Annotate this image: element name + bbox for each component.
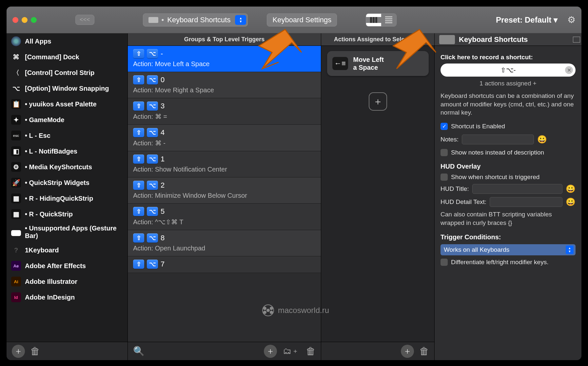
sidebar-item[interactable]: AiAdobe Illustrator	[7, 274, 127, 289]
close-button[interactable]	[12, 17, 18, 23]
watermark-logo-icon	[262, 304, 274, 316]
keyboard-icon	[439, 35, 455, 44]
list-view-icon[interactable]	[381, 14, 396, 26]
sidebar-item[interactable]: ⚙• Media KeyShortcuts	[7, 159, 127, 175]
hud-title-label: HUD Title:	[441, 185, 469, 192]
option-icon: ⌥	[11, 83, 21, 93]
hud-detail-label: HUD Detail Text:	[441, 198, 486, 206]
grid-icon: ▦	[11, 209, 21, 219]
show-notes-checkbox[interactable]	[441, 149, 448, 156]
sidebar-item[interactable]: ✦• GameMode	[7, 112, 127, 128]
shift-keycap-icon: ⇧	[133, 49, 144, 58]
sidebar-item[interactable]: 🚀• QuickStrip Widgets	[7, 175, 127, 191]
hud-section-header: HUD Overlay	[441, 163, 576, 170]
actions-footer: ＋ 🗑	[321, 342, 434, 360]
trash-icon[interactable]: 🗑	[306, 346, 316, 357]
sidebar-item[interactable]: ▦• R - QuickStrip	[7, 206, 127, 222]
window-controls	[12, 17, 37, 23]
hud-show-label: Show when shortcut is triggered	[451, 174, 539, 181]
sidebar-item[interactable]: ◧• L - NotifBadges	[7, 143, 127, 159]
gear-icon[interactable]: ⚙	[567, 14, 576, 25]
dropdown-arrow-icon	[235, 15, 246, 25]
emoji-picker-icon[interactable]: 😀	[566, 184, 576, 193]
command-icon: ⌘	[11, 52, 21, 62]
enabled-checkbox[interactable]	[441, 123, 448, 130]
trigger-type-selector[interactable]: • Keyboard Shortcuts	[143, 13, 248, 27]
rocket-icon: 🚀	[11, 178, 21, 188]
app-list: All Apps ⌘[Command] Dock 〈[Control] Cont…	[7, 33, 127, 342]
sidebar-item[interactable]: AeAdobe After Effects	[7, 258, 127, 274]
action-card[interactable]: ←≡ Move Left a Space	[327, 51, 429, 76]
hud-title-input[interactable]	[472, 184, 562, 194]
add-trigger-button[interactable]: ＋	[264, 345, 277, 358]
trash-icon[interactable]: 🗑	[30, 346, 40, 357]
game-icon: ✦	[11, 115, 21, 125]
action-card-label: Move Left a Space	[353, 56, 384, 71]
gear-icon: ⚙	[11, 162, 21, 172]
clipboard-icon: 📋	[11, 99, 21, 109]
trigger-row[interactable]: ⇧⌥0 Action: Move Right a Space	[128, 72, 321, 98]
sidebar-item[interactable]: • Unsupported Apps (Gesture Bar)	[7, 222, 127, 242]
bar-icon	[11, 230, 21, 236]
badge-icon: ◧	[11, 146, 21, 156]
sidebar-item[interactable]: 📋• yuuikos Asset Palette	[7, 96, 127, 112]
trigger-row[interactable]: ⇧⌥2 Action: Minimize Window Below Cursor	[128, 177, 321, 204]
shortcut-recorder[interactable]: ⇧⌥- ✕	[441, 64, 576, 77]
triggers-footer: 🔍 ＋ 🗂﹢ 🗑	[128, 342, 321, 360]
hud-detail-input[interactable]	[490, 197, 562, 207]
clear-shortcut-button[interactable]: ✕	[565, 66, 573, 74]
titlebar: <<< • Keyboard Shortcuts Keyboard Settin…	[7, 7, 581, 33]
sidebar-footer: ＋ 🗑	[7, 342, 127, 360]
sidebar-item[interactable]: ▦• R - HidingQuickStrip	[7, 191, 127, 206]
preset-selector[interactable]: Preset: Default ▾	[496, 15, 558, 25]
trigger-row[interactable]: ⇧⌥7	[128, 256, 321, 273]
add-button[interactable]: ＋	[401, 345, 414, 358]
trigger-row[interactable]: ⇧⌥3 Action: ⌘ =	[128, 98, 321, 125]
trigger-row[interactable]: ⇧⌥1 Action: Show Notification Center	[128, 151, 321, 177]
add-action-button[interactable]: ＋	[369, 92, 387, 111]
control-icon: 〈	[11, 68, 21, 78]
triggers-header: Groups & Top Level Triggers	[128, 33, 321, 46]
emoji-picker-icon[interactable]: 😀	[566, 197, 576, 207]
folder-add-icon[interactable]: 🗂﹢	[283, 345, 300, 357]
inspector-header: Keyboard Shortcuts	[435, 33, 581, 46]
sidebar: All Apps ⌘[Command] Dock 〈[Control] Cont…	[7, 33, 128, 360]
columns-view-icon[interactable]	[366, 14, 381, 26]
watermark: macosworld.ru	[262, 304, 329, 316]
zoom-button[interactable]	[31, 17, 37, 23]
sidebar-item[interactable]: ?1Keyboard	[7, 242, 127, 258]
ae-icon: Ae	[11, 261, 21, 271]
emoji-picker-icon[interactable]: 😀	[537, 135, 547, 144]
trigger-row[interactable]: ⇧⌥4 Action: ⌘ -	[128, 125, 321, 151]
trigger-row[interactable]: ⇧⌥8 Action: Open Launchpad	[128, 230, 321, 256]
hud-show-checkbox[interactable]	[441, 174, 448, 181]
move-left-icon: ←≡	[332, 57, 348, 70]
sidebar-item[interactable]: esc• L - Esc	[7, 128, 127, 143]
keyboard-condition-select[interactable]: Works on all Keyboards	[441, 244, 576, 255]
sidebar-item[interactable]: All Apps	[7, 33, 127, 49]
question-icon: ?	[11, 245, 21, 255]
popout-icon[interactable]	[573, 37, 580, 43]
notes-label: Notes:	[441, 136, 459, 143]
back-button[interactable]: <<<	[75, 15, 94, 25]
notes-input[interactable]	[462, 135, 534, 144]
id-icon: Id	[11, 292, 21, 302]
sidebar-item[interactable]: ⌘[Command] Dock	[7, 49, 127, 65]
trigger-row[interactable]: ⇧⌥- Action: Move Left a Space	[128, 46, 321, 72]
minimize-button[interactable]	[22, 17, 28, 23]
sidebar-item[interactable]: IdAdobe InDesign	[7, 289, 127, 305]
conditions-header: Trigger Conditions:	[441, 233, 576, 241]
sidebar-item[interactable]: 〈[Control] Control Strip	[7, 65, 127, 81]
globe-icon	[11, 36, 21, 46]
view-mode-toggle[interactable]	[366, 13, 397, 27]
trigger-row[interactable]: ⇧⌥5 Action: ^⌥⇧⌘ T	[128, 204, 321, 230]
actions-assigned-label[interactable]: 1 actions assigned +	[441, 80, 576, 87]
sidebar-item[interactable]: ⌥[Option] Window Snapping	[7, 81, 127, 96]
add-button[interactable]: ＋	[12, 345, 25, 358]
hud-note: Can also contain BTT scripting variables…	[441, 210, 576, 227]
trash-icon[interactable]: 🗑	[419, 346, 429, 357]
keyboard-settings-button[interactable]: Keyboard Settings	[267, 13, 337, 27]
search-icon[interactable]: 🔍	[133, 346, 145, 357]
differentiate-checkbox[interactable]	[441, 259, 448, 266]
keyboard-icon	[148, 17, 158, 23]
